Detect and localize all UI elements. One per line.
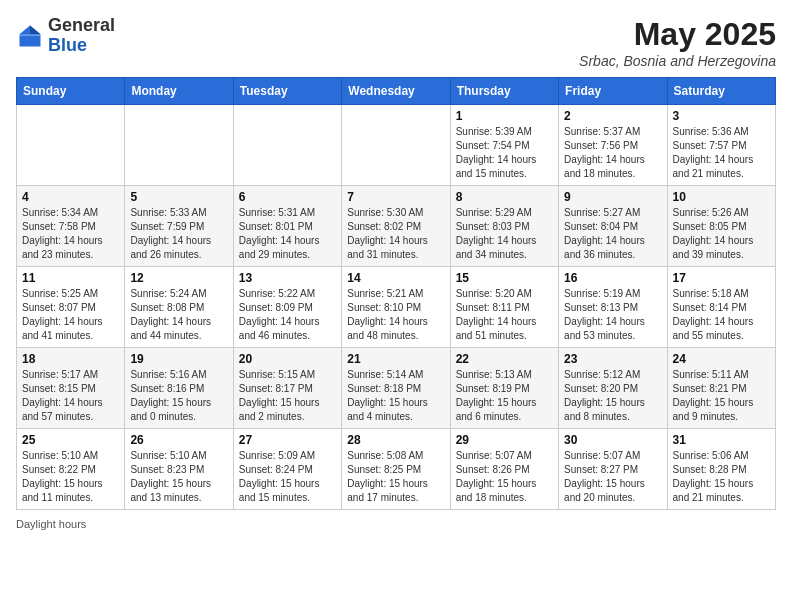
page-header: General Blue May 2025 Srbac, Bosnia and … xyxy=(16,16,776,69)
calendar-table: SundayMondayTuesdayWednesdayThursdayFrid… xyxy=(16,77,776,510)
calendar-cell: 24Sunrise: 5:11 AM Sunset: 8:21 PM Dayli… xyxy=(667,348,775,429)
calendar-cell: 9Sunrise: 5:27 AM Sunset: 8:04 PM Daylig… xyxy=(559,186,667,267)
day-header-wednesday: Wednesday xyxy=(342,78,450,105)
svg-marker-1 xyxy=(30,25,41,34)
calendar-cell: 14Sunrise: 5:21 AM Sunset: 8:10 PM Dayli… xyxy=(342,267,450,348)
cell-daylight-info: Sunrise: 5:29 AM Sunset: 8:03 PM Dayligh… xyxy=(456,206,553,262)
cell-daylight-info: Sunrise: 5:06 AM Sunset: 8:28 PM Dayligh… xyxy=(673,449,770,505)
cell-daylight-info: Sunrise: 5:11 AM Sunset: 8:21 PM Dayligh… xyxy=(673,368,770,424)
cell-daylight-info: Sunrise: 5:17 AM Sunset: 8:15 PM Dayligh… xyxy=(22,368,119,424)
calendar-cell: 13Sunrise: 5:22 AM Sunset: 8:09 PM Dayli… xyxy=(233,267,341,348)
day-header-monday: Monday xyxy=(125,78,233,105)
cell-daylight-info: Sunrise: 5:07 AM Sunset: 8:26 PM Dayligh… xyxy=(456,449,553,505)
cell-date-number: 2 xyxy=(564,109,661,123)
calendar-cell: 17Sunrise: 5:18 AM Sunset: 8:14 PM Dayli… xyxy=(667,267,775,348)
footer-note: Daylight hours xyxy=(16,518,776,530)
cell-date-number: 24 xyxy=(673,352,770,366)
cell-date-number: 4 xyxy=(22,190,119,204)
cell-date-number: 1 xyxy=(456,109,553,123)
cell-date-number: 18 xyxy=(22,352,119,366)
cell-date-number: 21 xyxy=(347,352,444,366)
calendar-cell: 19Sunrise: 5:16 AM Sunset: 8:16 PM Dayli… xyxy=(125,348,233,429)
calendar-week-row: 18Sunrise: 5:17 AM Sunset: 8:15 PM Dayli… xyxy=(17,348,776,429)
month-year-title: May 2025 xyxy=(579,16,776,53)
calendar-cell: 6Sunrise: 5:31 AM Sunset: 8:01 PM Daylig… xyxy=(233,186,341,267)
cell-daylight-info: Sunrise: 5:22 AM Sunset: 8:09 PM Dayligh… xyxy=(239,287,336,343)
calendar-week-row: 4Sunrise: 5:34 AM Sunset: 7:58 PM Daylig… xyxy=(17,186,776,267)
calendar-week-row: 1Sunrise: 5:39 AM Sunset: 7:54 PM Daylig… xyxy=(17,105,776,186)
calendar-cell: 1Sunrise: 5:39 AM Sunset: 7:54 PM Daylig… xyxy=(450,105,558,186)
calendar-cell: 5Sunrise: 5:33 AM Sunset: 7:59 PM Daylig… xyxy=(125,186,233,267)
calendar-cell xyxy=(17,105,125,186)
calendar-cell: 29Sunrise: 5:07 AM Sunset: 8:26 PM Dayli… xyxy=(450,429,558,510)
calendar-cell: 11Sunrise: 5:25 AM Sunset: 8:07 PM Dayli… xyxy=(17,267,125,348)
cell-daylight-info: Sunrise: 5:16 AM Sunset: 8:16 PM Dayligh… xyxy=(130,368,227,424)
calendar-cell: 21Sunrise: 5:14 AM Sunset: 8:18 PM Dayli… xyxy=(342,348,450,429)
cell-daylight-info: Sunrise: 5:21 AM Sunset: 8:10 PM Dayligh… xyxy=(347,287,444,343)
cell-date-number: 3 xyxy=(673,109,770,123)
calendar-cell: 16Sunrise: 5:19 AM Sunset: 8:13 PM Dayli… xyxy=(559,267,667,348)
cell-date-number: 14 xyxy=(347,271,444,285)
calendar-cell: 18Sunrise: 5:17 AM Sunset: 8:15 PM Dayli… xyxy=(17,348,125,429)
logo: General Blue xyxy=(16,16,115,56)
calendar-cell: 8Sunrise: 5:29 AM Sunset: 8:03 PM Daylig… xyxy=(450,186,558,267)
cell-date-number: 28 xyxy=(347,433,444,447)
cell-daylight-info: Sunrise: 5:37 AM Sunset: 7:56 PM Dayligh… xyxy=(564,125,661,181)
cell-date-number: 26 xyxy=(130,433,227,447)
cell-date-number: 31 xyxy=(673,433,770,447)
cell-daylight-info: Sunrise: 5:10 AM Sunset: 8:22 PM Dayligh… xyxy=(22,449,119,505)
cell-date-number: 22 xyxy=(456,352,553,366)
cell-daylight-info: Sunrise: 5:33 AM Sunset: 7:59 PM Dayligh… xyxy=(130,206,227,262)
calendar-cell: 31Sunrise: 5:06 AM Sunset: 8:28 PM Dayli… xyxy=(667,429,775,510)
calendar-cell: 25Sunrise: 5:10 AM Sunset: 8:22 PM Dayli… xyxy=(17,429,125,510)
cell-daylight-info: Sunrise: 5:15 AM Sunset: 8:17 PM Dayligh… xyxy=(239,368,336,424)
cell-date-number: 25 xyxy=(22,433,119,447)
logo-blue: Blue xyxy=(48,35,87,55)
calendar-header-row: SundayMondayTuesdayWednesdayThursdayFrid… xyxy=(17,78,776,105)
cell-date-number: 29 xyxy=(456,433,553,447)
calendar-cell: 2Sunrise: 5:37 AM Sunset: 7:56 PM Daylig… xyxy=(559,105,667,186)
logo-general: General xyxy=(48,15,115,35)
logo-icon xyxy=(16,22,44,50)
daylight-hours-label: Daylight hours xyxy=(16,518,86,530)
cell-daylight-info: Sunrise: 5:12 AM Sunset: 8:20 PM Dayligh… xyxy=(564,368,661,424)
cell-date-number: 10 xyxy=(673,190,770,204)
calendar-cell: 22Sunrise: 5:13 AM Sunset: 8:19 PM Dayli… xyxy=(450,348,558,429)
cell-daylight-info: Sunrise: 5:18 AM Sunset: 8:14 PM Dayligh… xyxy=(673,287,770,343)
cell-date-number: 8 xyxy=(456,190,553,204)
cell-daylight-info: Sunrise: 5:25 AM Sunset: 8:07 PM Dayligh… xyxy=(22,287,119,343)
svg-rect-2 xyxy=(20,34,41,36)
calendar-cell: 23Sunrise: 5:12 AM Sunset: 8:20 PM Dayli… xyxy=(559,348,667,429)
cell-daylight-info: Sunrise: 5:30 AM Sunset: 8:02 PM Dayligh… xyxy=(347,206,444,262)
calendar-cell: 30Sunrise: 5:07 AM Sunset: 8:27 PM Dayli… xyxy=(559,429,667,510)
cell-daylight-info: Sunrise: 5:07 AM Sunset: 8:27 PM Dayligh… xyxy=(564,449,661,505)
day-header-saturday: Saturday xyxy=(667,78,775,105)
day-header-sunday: Sunday xyxy=(17,78,125,105)
cell-date-number: 23 xyxy=(564,352,661,366)
calendar-cell: 28Sunrise: 5:08 AM Sunset: 8:25 PM Dayli… xyxy=(342,429,450,510)
cell-date-number: 12 xyxy=(130,271,227,285)
calendar-cell xyxy=(125,105,233,186)
cell-daylight-info: Sunrise: 5:34 AM Sunset: 7:58 PM Dayligh… xyxy=(22,206,119,262)
cell-daylight-info: Sunrise: 5:13 AM Sunset: 8:19 PM Dayligh… xyxy=(456,368,553,424)
calendar-week-row: 25Sunrise: 5:10 AM Sunset: 8:22 PM Dayli… xyxy=(17,429,776,510)
calendar-cell: 20Sunrise: 5:15 AM Sunset: 8:17 PM Dayli… xyxy=(233,348,341,429)
cell-date-number: 19 xyxy=(130,352,227,366)
cell-date-number: 17 xyxy=(673,271,770,285)
cell-daylight-info: Sunrise: 5:39 AM Sunset: 7:54 PM Dayligh… xyxy=(456,125,553,181)
cell-daylight-info: Sunrise: 5:14 AM Sunset: 8:18 PM Dayligh… xyxy=(347,368,444,424)
calendar-cell xyxy=(233,105,341,186)
cell-daylight-info: Sunrise: 5:27 AM Sunset: 8:04 PM Dayligh… xyxy=(564,206,661,262)
cell-daylight-info: Sunrise: 5:31 AM Sunset: 8:01 PM Dayligh… xyxy=(239,206,336,262)
cell-date-number: 9 xyxy=(564,190,661,204)
cell-date-number: 11 xyxy=(22,271,119,285)
calendar-cell: 27Sunrise: 5:09 AM Sunset: 8:24 PM Dayli… xyxy=(233,429,341,510)
calendar-cell: 4Sunrise: 5:34 AM Sunset: 7:58 PM Daylig… xyxy=(17,186,125,267)
cell-daylight-info: Sunrise: 5:36 AM Sunset: 7:57 PM Dayligh… xyxy=(673,125,770,181)
cell-date-number: 13 xyxy=(239,271,336,285)
cell-date-number: 20 xyxy=(239,352,336,366)
cell-daylight-info: Sunrise: 5:09 AM Sunset: 8:24 PM Dayligh… xyxy=(239,449,336,505)
calendar-cell: 12Sunrise: 5:24 AM Sunset: 8:08 PM Dayli… xyxy=(125,267,233,348)
cell-date-number: 6 xyxy=(239,190,336,204)
cell-daylight-info: Sunrise: 5:20 AM Sunset: 8:11 PM Dayligh… xyxy=(456,287,553,343)
